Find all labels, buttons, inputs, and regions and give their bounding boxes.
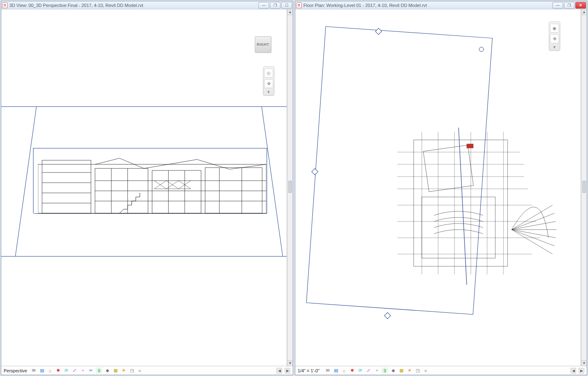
- nav-home-icon[interactable]: ◉: [550, 24, 559, 33]
- drag-handle-bottom[interactable]: [384, 312, 391, 319]
- svg-rect-7: [152, 170, 201, 213]
- hscroll-right-icon[interactable]: ▶: [285, 368, 290, 374]
- viewcube-face-label[interactable]: RIGHT: [255, 36, 271, 53]
- sun-path-icon[interactable]: ☼: [341, 367, 347, 374]
- titlebar-left[interactable]: R 3D View: 00_3D Perspective Final - 201…: [1, 1, 293, 9]
- rendering-icon[interactable]: ⟳: [357, 367, 363, 374]
- shadows-icon[interactable]: ✹: [349, 367, 355, 374]
- temp-hide-icon[interactable]: 9: [96, 367, 102, 374]
- svg-rect-8: [205, 168, 262, 213]
- view-control-icons-right: ✉ ▤ ☼ ✹ ⟳ ⤢ ⌖ 9 ◆ ▦ ☀ ◳ <: [325, 367, 429, 374]
- scroll-thumb[interactable]: [582, 181, 586, 193]
- pane-floor-plan: R Floor Plan: Working-Level 01 - 2017, 4…: [295, 1, 587, 375]
- unlocked-3d-icon[interactable]: ✂: [88, 367, 94, 374]
- maximize-button-left[interactable]: ☐: [281, 2, 292, 9]
- svg-rect-42: [467, 144, 473, 148]
- nav-wheel-icon[interactable]: ◎: [264, 69, 273, 77]
- close-button-right[interactable]: ✕: [575, 2, 586, 9]
- scroll-thumb[interactable]: [288, 181, 292, 193]
- restore-button-left[interactable]: ❐: [270, 2, 281, 9]
- section-line: [267, 148, 267, 213]
- hscroll-left-icon[interactable]: ◀: [276, 368, 282, 374]
- crop-region-visible-icon[interactable]: ⌖: [80, 367, 86, 374]
- titlebar-right[interactable]: R Floor Plan: Working-Level 01 - 2017, 4…: [295, 1, 587, 9]
- svg-line-43: [459, 128, 467, 285]
- vertical-scrollbar-left[interactable]: ▲ ▼: [287, 9, 293, 366]
- reveal-hidden-icon[interactable]: ◆: [104, 367, 110, 374]
- viewport-plan[interactable]: ◉ ✥ ▾ ▲ ▼: [295, 9, 587, 366]
- analytical-model-icon[interactable]: ▦: [112, 367, 118, 374]
- view-mode-label[interactable]: Perspective: [4, 368, 28, 373]
- section-line: [33, 148, 33, 213]
- reveal-hidden-icon[interactable]: ◆: [390, 367, 396, 374]
- svg-rect-18: [414, 140, 508, 266]
- title-right: Floor Plan: Working-Level 01 - 2017, 4-1…: [303, 3, 552, 8]
- restore-button-right[interactable]: ❐: [564, 2, 575, 9]
- minimize-button-left[interactable]: —: [258, 2, 269, 9]
- hscroll-right-icon[interactable]: ▶: [579, 368, 584, 374]
- svg-rect-19: [422, 197, 495, 258]
- vertical-scrollbar-right[interactable]: ▲ ▼: [581, 9, 587, 366]
- model-graphics-icon[interactable]: ✉: [31, 367, 37, 374]
- shadows-icon[interactable]: ✹: [55, 367, 61, 374]
- pane-3d-view: R 3D View: 00_3D Perspective Final - 201…: [1, 1, 293, 375]
- rotate-handle[interactable]: [479, 47, 484, 52]
- crop-view-icon[interactable]: ⤢: [71, 367, 78, 374]
- crop-view-icon[interactable]: ⤢: [365, 367, 372, 374]
- temp-hide-icon[interactable]: 9: [382, 367, 388, 374]
- scroll-up-icon[interactable]: ▲: [287, 9, 293, 15]
- reveal-constraints-icon[interactable]: ◳: [414, 367, 421, 374]
- navigation-bar-plan: ◉ ✥ ▾: [549, 22, 560, 51]
- nav-pan-icon[interactable]: ✥: [264, 79, 273, 88]
- hscroll-left-icon[interactable]: ◀: [570, 368, 576, 374]
- revit-doc-icon: R: [2, 2, 8, 8]
- viewport-3d[interactable]: RIGHT ◎ ✥ ▾ ▲ ▼: [1, 9, 293, 366]
- rendering-icon[interactable]: ⟳: [63, 367, 69, 374]
- analytical-model-icon[interactable]: ▦: [398, 367, 404, 374]
- nav-expand-icon[interactable]: ▾: [550, 45, 559, 49]
- vc-more-icon[interactable]: <: [137, 367, 143, 374]
- view-control-icons-left: ✉ ▤ ☼ ✹ ⟳ ⤢ ⌖ ✂ 9 ◆ ▦ ☀ ◳ <: [31, 367, 143, 374]
- visual-style-icon[interactable]: ▤: [39, 367, 45, 374]
- scroll-down-icon[interactable]: ▼: [287, 360, 293, 366]
- minimize-button-right[interactable]: —: [552, 2, 563, 9]
- building-section-drawing: [38, 156, 266, 217]
- viewcube[interactable]: RIGHT: [252, 33, 274, 56]
- crop-region-visible-icon[interactable]: ⌖: [374, 367, 380, 374]
- scale-label[interactable]: 1/4" = 1'-0": [298, 368, 322, 373]
- svg-rect-1: [42, 160, 91, 213]
- sun-path-icon[interactable]: ☼: [47, 367, 53, 374]
- title-left: 3D View: 00_3D Perspective Final - 2017,…: [9, 3, 258, 8]
- view-control-bar-right: 1/4" = 1'-0" ✉ ▤ ☼ ✹ ⟳ ⤢ ⌖ 9 ◆ ▦ ☀ ◳ < ◀…: [295, 366, 587, 375]
- section-line: [1, 106, 287, 107]
- scroll-down-icon[interactable]: ▼: [581, 360, 587, 366]
- nav-expand-icon[interactable]: ▾: [264, 90, 273, 94]
- revit-doc-icon: R: [296, 2, 302, 8]
- highlight-disp-icon[interactable]: ☀: [406, 367, 412, 374]
- model-graphics-icon[interactable]: ✉: [325, 367, 331, 374]
- floor-plan-drawing: [397, 124, 561, 287]
- section-line: [33, 148, 267, 148]
- vc-more-icon[interactable]: <: [423, 367, 429, 374]
- reveal-constraints-icon[interactable]: ◳: [129, 367, 135, 374]
- visual-style-icon[interactable]: ▤: [333, 367, 339, 374]
- section-line: [1, 256, 287, 257]
- highlight-disp-icon[interactable]: ☀: [120, 367, 127, 374]
- nav-pan-icon[interactable]: ✥: [550, 34, 559, 43]
- scroll-up-icon[interactable]: ▲: [581, 9, 587, 15]
- navigation-bar: ◎ ✥ ▾: [263, 66, 274, 96]
- view-control-bar-left: Perspective ✉ ▤ ☼ ✹ ⟳ ⤢ ⌖ ✂ 9 ◆ ▦ ☀ ◳ < …: [1, 366, 293, 375]
